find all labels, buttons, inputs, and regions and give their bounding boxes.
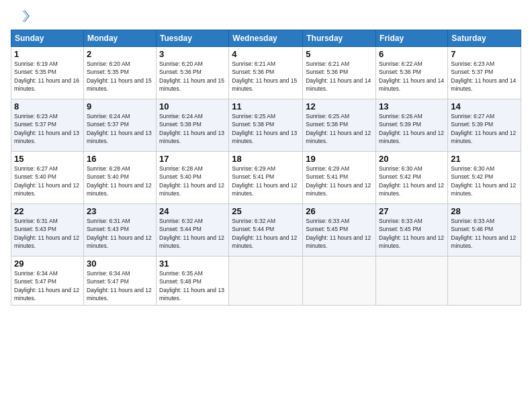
calendar-header-monday: Monday	[83, 30, 156, 47]
calendar-cell	[448, 257, 521, 306]
calendar-cell: 4 Sunrise: 6:21 AMSunset: 5:36 PMDayligh…	[229, 47, 303, 99]
day-info: Sunrise: 6:24 AMSunset: 5:38 PMDaylight:…	[159, 113, 224, 144]
day-info: Sunrise: 6:21 AMSunset: 5:36 PMDaylight:…	[232, 60, 297, 92]
calendar-cell: 26 Sunrise: 6:33 AMSunset: 5:45 PMDaylig…	[303, 204, 376, 257]
calendar-cell: 18 Sunrise: 6:29 AMSunset: 5:41 PMDaylig…	[229, 152, 303, 204]
day-number: 24	[159, 206, 226, 216]
calendar-cell: 15 Sunrise: 6:27 AMSunset: 5:40 PMDaylig…	[11, 152, 84, 204]
day-number: 13	[379, 101, 445, 111]
calendar-table: SundayMondayTuesdayWednesdayThursdayFrid…	[11, 30, 521, 306]
calendar-cell: 23 Sunrise: 6:31 AMSunset: 5:43 PMDaylig…	[83, 204, 156, 257]
day-info: Sunrise: 6:19 AMSunset: 5:35 PMDaylight:…	[14, 60, 79, 92]
day-number: 15	[14, 154, 81, 164]
calendar-header-thursday: Thursday	[303, 30, 376, 47]
day-number: 28	[451, 206, 518, 216]
calendar-week-row: 8 Sunrise: 6:23 AMSunset: 5:37 PMDayligh…	[11, 99, 521, 152]
day-number: 5	[306, 49, 373, 59]
day-number: 30	[87, 259, 153, 269]
header	[11, 7, 521, 26]
day-number: 12	[306, 101, 373, 111]
day-info: Sunrise: 6:32 AMSunset: 5:44 PMDaylight:…	[159, 218, 224, 249]
day-info: Sunrise: 6:28 AMSunset: 5:40 PMDaylight:…	[159, 165, 224, 197]
day-info: Sunrise: 6:34 AMSunset: 5:47 PMDaylight:…	[14, 270, 79, 302]
calendar-header-tuesday: Tuesday	[157, 30, 229, 47]
calendar-week-row: 1 Sunrise: 6:19 AMSunset: 5:35 PMDayligh…	[11, 47, 521, 99]
day-number: 26	[306, 206, 373, 216]
day-info: Sunrise: 6:27 AMSunset: 5:39 PMDaylight:…	[451, 113, 516, 144]
calendar-cell: 16 Sunrise: 6:28 AMSunset: 5:40 PMDaylig…	[83, 152, 156, 204]
calendar-cell: 7 Sunrise: 6:23 AMSunset: 5:37 PMDayligh…	[448, 47, 521, 99]
day-info: Sunrise: 6:23 AMSunset: 5:37 PMDaylight:…	[451, 60, 516, 92]
calendar-cell: 11 Sunrise: 6:25 AMSunset: 5:38 PMDaylig…	[229, 99, 303, 152]
day-info: Sunrise: 6:23 AMSunset: 5:37 PMDaylight:…	[14, 113, 79, 144]
day-number: 25	[232, 206, 300, 216]
calendar-cell	[303, 257, 376, 306]
calendar-cell: 19 Sunrise: 6:29 AMSunset: 5:41 PMDaylig…	[303, 152, 376, 204]
calendar-week-row: 15 Sunrise: 6:27 AMSunset: 5:40 PMDaylig…	[11, 152, 521, 204]
day-number: 16	[87, 154, 153, 164]
calendar-cell: 3 Sunrise: 6:20 AMSunset: 5:36 PMDayligh…	[157, 47, 229, 99]
svg-marker-1	[22, 11, 28, 22]
day-number: 14	[451, 101, 518, 111]
day-info: Sunrise: 6:32 AMSunset: 5:44 PMDaylight:…	[232, 218, 297, 249]
calendar-cell: 6 Sunrise: 6:22 AMSunset: 5:36 PMDayligh…	[376, 47, 448, 99]
day-number: 10	[159, 101, 226, 111]
calendar-cell: 25 Sunrise: 6:32 AMSunset: 5:44 PMDaylig…	[229, 204, 303, 257]
day-info: Sunrise: 6:24 AMSunset: 5:37 PMDaylight:…	[87, 113, 152, 144]
day-number: 18	[232, 154, 300, 164]
day-info: Sunrise: 6:28 AMSunset: 5:40 PMDaylight:…	[87, 165, 152, 197]
page: SundayMondayTuesdayWednesdayThursdayFrid…	[0, 0, 532, 411]
day-number: 31	[159, 259, 226, 269]
day-number: 20	[379, 154, 445, 164]
logo-icon	[11, 7, 30, 26]
calendar-header-row: SundayMondayTuesdayWednesdayThursdayFrid…	[11, 30, 521, 47]
day-info: Sunrise: 6:30 AMSunset: 5:42 PMDaylight:…	[379, 165, 444, 197]
day-info: Sunrise: 6:31 AMSunset: 5:43 PMDaylight:…	[14, 218, 79, 249]
calendar-cell: 9 Sunrise: 6:24 AMSunset: 5:37 PMDayligh…	[83, 99, 156, 152]
calendar-cell: 21 Sunrise: 6:30 AMSunset: 5:42 PMDaylig…	[448, 152, 521, 204]
day-info: Sunrise: 6:31 AMSunset: 5:43 PMDaylight:…	[87, 218, 152, 249]
day-info: Sunrise: 6:34 AMSunset: 5:47 PMDaylight:…	[87, 270, 152, 302]
day-info: Sunrise: 6:20 AMSunset: 5:36 PMDaylight:…	[159, 60, 224, 92]
calendar-header-sunday: Sunday	[11, 30, 84, 47]
calendar-week-row: 29 Sunrise: 6:34 AMSunset: 5:47 PMDaylig…	[11, 257, 521, 306]
day-number: 9	[87, 101, 153, 111]
day-number: 6	[379, 49, 445, 59]
day-info: Sunrise: 6:21 AMSunset: 5:36 PMDaylight:…	[306, 60, 371, 92]
day-info: Sunrise: 6:29 AMSunset: 5:41 PMDaylight:…	[306, 165, 371, 197]
day-info: Sunrise: 6:30 AMSunset: 5:42 PMDaylight:…	[451, 165, 516, 197]
day-number: 8	[14, 101, 81, 111]
day-info: Sunrise: 6:26 AMSunset: 5:39 PMDaylight:…	[379, 113, 444, 144]
day-number: 17	[159, 154, 226, 164]
calendar-cell: 28 Sunrise: 6:33 AMSunset: 5:46 PMDaylig…	[448, 204, 521, 257]
calendar-cell	[229, 257, 303, 306]
calendar-cell: 8 Sunrise: 6:23 AMSunset: 5:37 PMDayligh…	[11, 99, 84, 152]
day-info: Sunrise: 6:33 AMSunset: 5:45 PMDaylight:…	[379, 218, 444, 249]
calendar-cell: 24 Sunrise: 6:32 AMSunset: 5:44 PMDaylig…	[157, 204, 229, 257]
calendar-cell	[376, 257, 448, 306]
day-number: 22	[14, 206, 81, 216]
calendar-cell: 31 Sunrise: 6:35 AMSunset: 5:48 PMDaylig…	[157, 257, 229, 306]
day-number: 29	[14, 259, 81, 269]
calendar-cell: 2 Sunrise: 6:20 AMSunset: 5:35 PMDayligh…	[83, 47, 156, 99]
day-number: 11	[232, 101, 300, 111]
calendar-header-friday: Friday	[376, 30, 448, 47]
calendar-header-wednesday: Wednesday	[229, 30, 303, 47]
day-number: 21	[451, 154, 518, 164]
calendar-cell: 17 Sunrise: 6:28 AMSunset: 5:40 PMDaylig…	[157, 152, 229, 204]
day-info: Sunrise: 6:35 AMSunset: 5:48 PMDaylight:…	[159, 270, 224, 302]
calendar-cell: 13 Sunrise: 6:26 AMSunset: 5:39 PMDaylig…	[376, 99, 448, 152]
day-info: Sunrise: 6:20 AMSunset: 5:35 PMDaylight:…	[87, 60, 152, 92]
day-number: 19	[306, 154, 373, 164]
calendar-cell: 14 Sunrise: 6:27 AMSunset: 5:39 PMDaylig…	[448, 99, 521, 152]
calendar-cell: 27 Sunrise: 6:33 AMSunset: 5:45 PMDaylig…	[376, 204, 448, 257]
day-info: Sunrise: 6:29 AMSunset: 5:41 PMDaylight:…	[232, 165, 297, 197]
day-number: 1	[14, 49, 81, 59]
day-number: 2	[87, 49, 153, 59]
day-info: Sunrise: 6:33 AMSunset: 5:45 PMDaylight:…	[306, 218, 371, 249]
day-info: Sunrise: 6:25 AMSunset: 5:38 PMDaylight:…	[306, 113, 371, 144]
calendar-cell: 20 Sunrise: 6:30 AMSunset: 5:42 PMDaylig…	[376, 152, 448, 204]
day-info: Sunrise: 6:33 AMSunset: 5:46 PMDaylight:…	[451, 218, 516, 249]
day-number: 27	[379, 206, 445, 216]
calendar-header-saturday: Saturday	[448, 30, 521, 47]
